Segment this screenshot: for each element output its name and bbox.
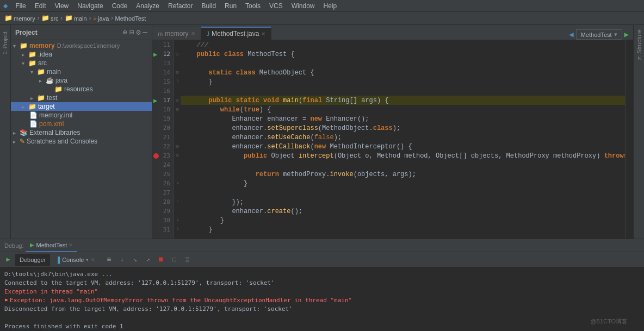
code-line-27 bbox=[181, 188, 625, 197]
debugger-tab[interactable]: Debugger bbox=[15, 254, 50, 266]
fold-20 bbox=[174, 123, 181, 133]
menu-run[interactable]: Run bbox=[220, 2, 241, 10]
debug-step-over-btn[interactable]: ↓ bbox=[116, 254, 128, 266]
menu-file[interactable]: File bbox=[11, 2, 30, 10]
console-text-5: Disconnected from the target VM, address… bbox=[4, 305, 293, 313]
fold-29 bbox=[174, 207, 181, 216]
fold-12: ⊟ bbox=[174, 49, 181, 59]
gutter-11: 11 bbox=[152, 40, 174, 49]
fold-14: ⊟ bbox=[174, 68, 181, 77]
path-memory[interactable]: memory bbox=[14, 15, 35, 22]
sidebar-header: Project ⊕ ⊟ ⚙ — bbox=[11, 25, 152, 40]
breakpoint-23[interactable] bbox=[153, 153, 159, 159]
gutter-13: 13 bbox=[152, 59, 174, 68]
fold-marker-22[interactable]: ⊟ bbox=[176, 143, 178, 149]
watermark-text: @51CTO博客 bbox=[591, 318, 628, 324]
close-sidebar-icon[interactable]: — bbox=[143, 28, 147, 37]
path-methodtest[interactable]: MethodTest bbox=[115, 15, 146, 22]
debug-tab-close-btn[interactable]: ✕ bbox=[69, 242, 73, 248]
debug-step-out-btn[interactable]: ↗ bbox=[142, 254, 154, 266]
tab-methodtest[interactable]: J MethodTest.java ✕ bbox=[201, 27, 272, 40]
tree-memory-iml[interactable]: 📄 memory.iml bbox=[11, 111, 152, 120]
menu-edit[interactable]: Edit bbox=[30, 2, 51, 10]
collapse-icon[interactable]: ⊟ bbox=[129, 28, 134, 37]
fold-marker-14[interactable]: ⊟ bbox=[176, 70, 178, 76]
fold-marker-12[interactable]: ⊟ bbox=[176, 51, 178, 57]
tab-memory-close[interactable]: ✕ bbox=[191, 30, 195, 36]
test-label: test bbox=[47, 94, 57, 102]
gutter-17: ▶17 bbox=[152, 96, 174, 105]
structure-tab-btn[interactable]: z: Structure bbox=[634, 25, 645, 64]
debug-stop-btn[interactable]: ⏹ bbox=[155, 254, 167, 266]
fold-13 bbox=[174, 59, 181, 68]
iml-label: memory.iml bbox=[39, 111, 72, 119]
console-tab-close[interactable]: ✕ bbox=[91, 257, 95, 263]
menu-build[interactable]: Build bbox=[197, 2, 220, 10]
run-btn[interactable]: ▶ bbox=[624, 30, 629, 39]
tab-methodtest-icon: J bbox=[207, 30, 210, 37]
fold-marker-17[interactable]: ⊟ bbox=[176, 97, 178, 103]
console-tab[interactable]: ▐ Console ▾ ✕ bbox=[51, 254, 100, 266]
sync-icon[interactable]: ⊕ bbox=[122, 28, 127, 37]
tree-external-libs[interactable]: ▸ 📚 External Libraries bbox=[11, 128, 152, 137]
debug-step-into-btn[interactable]: ↘ bbox=[129, 254, 141, 266]
editor-tabs: m memory ✕ J MethodTest.java ✕ ◀ MethodT… bbox=[152, 25, 633, 40]
gutter-22: 22 bbox=[152, 142, 174, 151]
error-icon: ⚑ bbox=[4, 297, 8, 303]
path-java[interactable]: java bbox=[98, 15, 109, 22]
path-src[interactable]: src bbox=[51, 15, 59, 22]
tree-main[interactable]: ▾ 📁 main bbox=[11, 67, 152, 76]
menu-window[interactable]: Window bbox=[287, 2, 319, 10]
tab-methodtest-close[interactable]: ✕ bbox=[261, 31, 265, 37]
tree-test[interactable]: ▸ 📁 test bbox=[11, 93, 152, 102]
run-config-selector[interactable]: MethodTest ▾ bbox=[576, 29, 622, 40]
debug-settings-btn[interactable]: ≡ bbox=[103, 254, 115, 266]
code-line-15: } bbox=[181, 77, 625, 86]
fold-27 bbox=[174, 188, 181, 197]
fold-marker-18[interactable]: ⊟ bbox=[176, 107, 178, 113]
menu-navigate[interactable]: Navigate bbox=[73, 2, 107, 10]
resources-label: resources bbox=[64, 85, 93, 93]
tab-memory[interactable]: m memory ✕ bbox=[152, 27, 201, 40]
debug-tab-methodtest[interactable]: ▶ MethodTest ✕ bbox=[26, 239, 77, 252]
main-folder-icon: 📁 bbox=[37, 68, 45, 76]
fold-23: ⊟ bbox=[174, 151, 181, 160]
menu-code[interactable]: Code bbox=[108, 2, 132, 10]
debug-clear-btn[interactable]: □ bbox=[168, 254, 180, 266]
gutter-23: 23 bbox=[152, 151, 174, 160]
menu-analyze[interactable]: Analyze bbox=[132, 2, 164, 10]
resources-folder-icon: 📁 bbox=[54, 85, 63, 93]
tree-root[interactable]: ▾ 📁 memory D:\workspace1\memory bbox=[11, 41, 152, 50]
console-output: D:\tools\jdk7\bin\java.exe ... Connected… bbox=[0, 267, 644, 331]
idea-arrow: ▸ bbox=[22, 52, 27, 58]
scratches-arrow: ▸ bbox=[13, 139, 18, 145]
tree-java[interactable]: ▸ ☕ java bbox=[11, 76, 152, 85]
tree-target[interactable]: ▸ 📁 target bbox=[11, 102, 152, 111]
code-line-28: }); bbox=[181, 197, 625, 207]
code-line-14: static class MethodObject { bbox=[181, 68, 625, 77]
debug-filter-btn[interactable]: ≣ bbox=[181, 254, 193, 266]
debug-resume-btn[interactable]: ▶ bbox=[2, 254, 14, 266]
settings-icon[interactable]: ⚙ bbox=[136, 28, 140, 37]
menu-vcs[interactable]: VCS bbox=[265, 2, 287, 10]
back-btn[interactable]: ◀ bbox=[569, 30, 573, 39]
app-icon: ◆ bbox=[3, 1, 8, 10]
menu-help[interactable]: Help bbox=[319, 2, 341, 10]
project-panel-btn[interactable]: 1: Project bbox=[1, 29, 9, 57]
tab-memory-label: memory bbox=[165, 30, 188, 38]
tree-scratches[interactable]: ▸ ✎ Scratches and Consoles bbox=[11, 137, 152, 146]
path-icon-src: 📁 bbox=[41, 14, 49, 22]
tree-resources[interactable]: 📁 resources bbox=[11, 85, 152, 93]
fold-17: ⊟ bbox=[174, 96, 181, 105]
menu-view[interactable]: View bbox=[50, 2, 73, 10]
tree-idea[interactable]: ▸ 📁 .idea bbox=[11, 50, 152, 59]
menu-tools[interactable]: Tools bbox=[241, 2, 265, 10]
fold-marker-23[interactable]: ⊟ bbox=[176, 153, 178, 159]
path-main[interactable]: main bbox=[74, 15, 87, 22]
console-line-6 bbox=[4, 313, 640, 322]
menu-refactor[interactable]: Refactor bbox=[164, 2, 197, 10]
gutter-28: 28 bbox=[152, 197, 174, 207]
test-arrow: ▸ bbox=[30, 95, 36, 101]
tree-src[interactable]: ▾ 📁 src bbox=[11, 59, 152, 67]
tree-pom-xml[interactable]: 📄 pom.xml bbox=[11, 120, 152, 128]
